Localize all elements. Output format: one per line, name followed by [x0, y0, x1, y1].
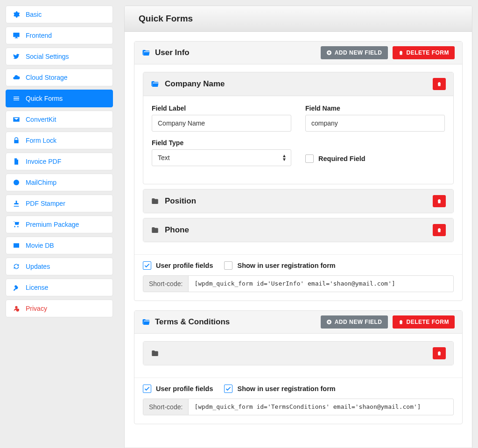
add-new-field-button[interactable]: Add New Field: [321, 315, 388, 329]
field-label-label: Field Label: [152, 105, 291, 112]
page-title: Quick Forms: [125, 6, 472, 32]
delete-field-button[interactable]: [433, 195, 446, 207]
folder-open-icon: [151, 80, 159, 88]
delete-form-button[interactable]: Delete Form: [393, 46, 455, 59]
cloud-icon: [13, 74, 20, 81]
sidebar-item-basic[interactable]: Basic: [6, 6, 113, 23]
required-label: Required Field: [318, 155, 366, 162]
folder-icon: [151, 349, 159, 357]
sidebar-item-label: Cloud Storage: [26, 74, 68, 81]
sidebar-item-label: Movie DB: [26, 242, 54, 249]
field-type-label: Field Type: [152, 139, 291, 147]
main-panel: Quick Forms User Info Add New Field Dele…: [124, 6, 472, 448]
sidebar: Basic Frontend Social Settings Cloud Sto…: [6, 6, 113, 448]
cart-icon: [13, 221, 20, 228]
form-title: Terms & Conditions: [155, 317, 316, 327]
sidebar-item-cloud[interactable]: Cloud Storage: [6, 69, 113, 86]
shortcode-box: Short-code: [wpdm_quick_form id='UserInf…: [143, 275, 454, 292]
bars-icon: [13, 95, 20, 102]
delete-field-button[interactable]: [433, 224, 446, 236]
field-header[interactable]: Position: [143, 189, 453, 213]
idcard-icon: [13, 242, 20, 249]
sidebar-item-quickforms[interactable]: Quick Forms: [6, 90, 113, 107]
shortcode-label: Short-code:: [143, 276, 189, 292]
plus-icon: [326, 319, 332, 325]
sidebar-item-label: Form Lock: [26, 137, 56, 144]
refresh-icon: [13, 263, 20, 270]
field-accordion-phone: Phone: [143, 218, 454, 242]
sidebar-item-label: ConvertKit: [26, 116, 56, 123]
add-new-field-button[interactable]: Add New Field: [321, 46, 388, 59]
field-type-select[interactable]: Text: [152, 149, 291, 166]
sidebar-item-premium[interactable]: Premium Package: [6, 216, 113, 233]
field-accordion-empty: [143, 341, 454, 365]
sidebar-item-label: Basic: [26, 11, 42, 18]
shortcode-value[interactable]: [wpdm_quick_form id='UserInfo' email='sh…: [189, 276, 453, 292]
sidebar-item-invoicepdf[interactable]: Invoice PDF: [6, 153, 113, 170]
folder-icon: [151, 226, 159, 234]
sidebar-item-label: License: [26, 284, 48, 291]
sidebar-item-label: Frontend: [26, 32, 52, 39]
sidebar-item-label: Premium Package: [26, 221, 79, 228]
sidebar-item-label: Quick Forms: [26, 95, 63, 102]
twitter-icon: [13, 53, 20, 60]
sidebar-item-label: MailChimp: [26, 179, 56, 186]
field-name-input[interactable]: [305, 115, 445, 132]
field-header[interactable]: [143, 342, 453, 365]
field-header[interactable]: Phone: [143, 218, 453, 242]
file-icon: [13, 158, 20, 165]
field-header[interactable]: Company Name: [143, 72, 453, 96]
plus-icon: [326, 50, 332, 56]
sidebar-item-privacy[interactable]: Privacy: [6, 300, 113, 317]
field-name-label: Field Name: [305, 105, 445, 112]
stamp-icon: [13, 200, 20, 207]
sidebar-item-social[interactable]: Social Settings: [6, 48, 113, 65]
sidebar-item-label: Invoice PDF: [26, 158, 61, 165]
delete-field-button[interactable]: [433, 78, 446, 90]
envelope-icon: [13, 116, 20, 123]
sidebar-item-updates[interactable]: Updates: [6, 258, 113, 275]
field-accordion-company: Company Name Field Label Field Name: [143, 72, 454, 184]
required-checkbox[interactable]: [305, 154, 314, 163]
sidebar-item-label: PDF Stamper: [26, 200, 65, 207]
show-registration-checkbox[interactable]: [224, 261, 232, 270]
trash-icon: [398, 319, 404, 325]
sidebar-item-moviedb[interactable]: Movie DB: [6, 237, 113, 254]
shortcode-value[interactable]: [wpdm_quick_form id='TermsConditions' em…: [189, 399, 453, 415]
gear-icon: [13, 11, 20, 18]
key-icon: [13, 284, 20, 291]
sidebar-item-frontend[interactable]: Frontend: [6, 27, 113, 44]
folder-icon: [151, 197, 159, 205]
folder-open-icon: [142, 49, 150, 57]
field-accordion-position: Position: [143, 189, 454, 213]
form-card-terms: Terms & Conditions Add New Field Delete …: [134, 310, 463, 424]
sidebar-item-label: Privacy: [26, 305, 47, 312]
sidebar-item-label: Social Settings: [26, 53, 69, 60]
mailchimp-icon: [13, 179, 20, 186]
form-title: User Info: [155, 48, 316, 57]
delete-field-button[interactable]: [433, 347, 446, 359]
lock-icon: [13, 137, 20, 144]
monitor-icon: [13, 32, 20, 39]
sidebar-item-mailchimp[interactable]: MailChimp: [6, 174, 113, 191]
sidebar-item-license[interactable]: License: [6, 279, 113, 296]
sidebar-item-formlock[interactable]: Form Lock: [6, 132, 113, 149]
folder-open-icon: [142, 318, 150, 326]
sidebar-item-pdfstamper[interactable]: PDF Stamper: [6, 195, 113, 212]
field-label-input[interactable]: [152, 115, 291, 132]
form-card-userinfo: User Info Add New Field Delete Form Comp…: [134, 41, 463, 301]
user-profile-checkbox[interactable]: [143, 261, 151, 270]
show-registration-checkbox[interactable]: [224, 385, 232, 393]
shortcode-box: Short-code: [wpdm_quick_form id='TermsCo…: [143, 399, 454, 415]
trash-icon: [398, 50, 404, 56]
user-profile-checkbox[interactable]: [143, 385, 151, 393]
sidebar-item-label: Updates: [26, 263, 50, 270]
sidebar-item-convertkit[interactable]: ConvertKit: [6, 111, 113, 128]
usershield-icon: [13, 305, 20, 312]
shortcode-label: Short-code:: [143, 399, 189, 415]
delete-form-button[interactable]: Delete Form: [393, 315, 455, 329]
